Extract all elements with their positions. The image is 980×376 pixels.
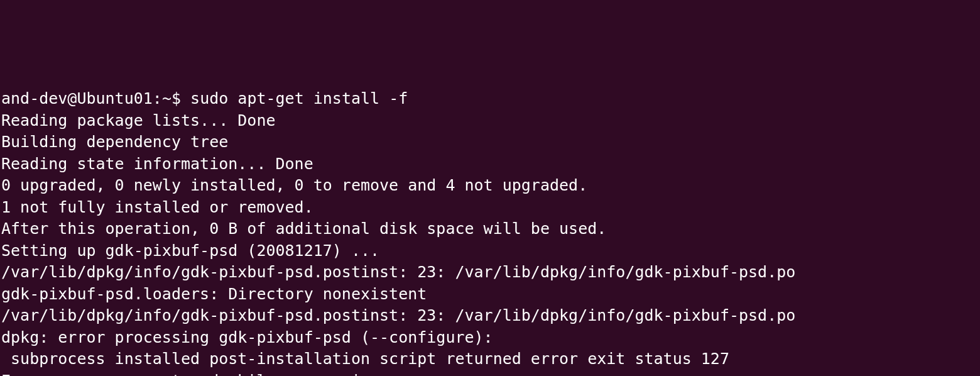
output-line: 1 not fully installed or removed. (1, 198, 313, 216)
output-line: /var/lib/dpkg/info/gdk-pixbuf-psd.postin… (1, 306, 795, 324)
prompt-symbol: $ (172, 89, 181, 108)
output-line: subprocess installed post-installation s… (1, 350, 729, 368)
output-line: Errors were encountered while processing… (1, 372, 389, 377)
prompt-path: ~ (162, 89, 172, 108)
command-text: sudo apt-get install -f (190, 89, 408, 108)
output-line: Building dependency tree (1, 133, 228, 151)
prompt-line: and-dev@Ubuntu01:~$ sudo apt-get install… (1, 89, 408, 108)
terminal-window[interactable]: and-dev@Ubuntu01:~$ sudo apt-get install… (0, 87, 980, 376)
output-line: 0 upgraded, 0 newly installed, 0 to remo… (1, 176, 587, 194)
prompt-userhost: and-dev@Ubuntu01 (1, 89, 153, 108)
output-line: Reading state information... Done (1, 155, 313, 173)
output-line: /var/lib/dpkg/info/gdk-pixbuf-psd.postin… (1, 263, 795, 281)
output-line: Reading package lists... Done (1, 111, 276, 130)
output-line: dpkg: error processing gdk-pixbuf-psd (-… (1, 328, 493, 346)
output-line: gdk-pixbuf-psd.loaders: Directory nonexi… (1, 285, 427, 303)
output-line: After this operation, 0 B of additional … (1, 219, 606, 238)
prompt-colon: : (153, 89, 162, 108)
output-line: Setting up gdk-pixbuf-psd (20081217) ... (1, 241, 379, 260)
